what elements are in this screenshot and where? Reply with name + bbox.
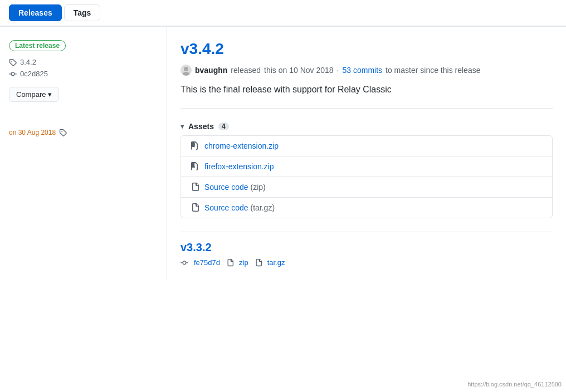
older-release-date: on 30 Aug 2018 xyxy=(9,129,56,136)
assets-header: ▾ Assets 4 xyxy=(180,122,553,131)
older-commit-hash[interactable]: fe75d7d xyxy=(194,258,220,267)
released-text: released xyxy=(231,66,261,75)
sidebar-older: on 30 Aug 2018 xyxy=(9,129,158,136)
source-tar-link[interactable]: Source code (tar.gz) xyxy=(204,203,275,212)
release-description: This is the final release with support f… xyxy=(180,85,553,109)
older-zip-link[interactable]: zip xyxy=(239,258,248,267)
source-zip-link[interactable]: Source code (zip) xyxy=(204,183,266,192)
source-icon-1 xyxy=(190,183,199,192)
older-release-title[interactable]: v3.3.2 xyxy=(180,241,553,254)
commits-suffix: to master since this release xyxy=(386,66,480,75)
asset-source-tar: Source code (tar.gz) xyxy=(181,198,552,218)
older-tar-link[interactable]: tar.gz xyxy=(267,258,285,267)
asset-source-zip: Source code (zip) xyxy=(181,177,552,198)
older-release-section: v3.3.2 fe75d7d zip tar.gz xyxy=(180,232,553,267)
assets-list: chrome-extension.zip firefox-extension.z… xyxy=(180,135,553,218)
source-icon-2 xyxy=(190,203,199,212)
compare-label: Compare xyxy=(16,90,46,99)
content-area: v3.4.2 bvaughn released this on 10 Nov 2… xyxy=(167,27,566,280)
release-title[interactable]: v3.4.2 xyxy=(180,40,553,58)
assets-label: Assets xyxy=(188,122,214,131)
sidebar-commit: 0c2d825 xyxy=(9,70,158,78)
release-date-text: this on 10 Nov 2018 xyxy=(264,66,334,75)
main-container: Latest release 3.4.2 0c2d825 Compare ▾ xyxy=(0,26,566,280)
sidebar-tag: 3.4.2 xyxy=(9,58,158,66)
commit-icon xyxy=(9,70,17,78)
older-tag-icon xyxy=(59,129,67,136)
older-tar-icon xyxy=(254,259,262,267)
avatar-image xyxy=(180,65,192,76)
compare-button[interactable]: Compare ▾ xyxy=(9,87,59,102)
tab-tags[interactable]: Tags xyxy=(64,4,101,21)
assets-section: ▾ Assets 4 chrome-extension.zip firefox-… xyxy=(180,122,553,218)
assets-collapse-icon[interactable]: ▾ xyxy=(180,122,184,130)
asset-firefox-zip: firefox-extension.zip xyxy=(181,156,552,177)
sidebar-tag-version: 3.4.2 xyxy=(20,58,36,66)
older-release-meta: fe75d7d zip tar.gz xyxy=(180,258,553,267)
older-zip-icon xyxy=(226,259,233,267)
tag-icon xyxy=(9,58,17,66)
zip-icon xyxy=(190,141,199,150)
firefox-extension-link[interactable]: firefox-extension.zip xyxy=(204,162,274,171)
compare-chevron-icon: ▾ xyxy=(48,90,52,99)
author-link[interactable]: bvaughn xyxy=(195,66,227,75)
latest-release-badge: Latest release xyxy=(9,40,66,51)
assets-count: 4 xyxy=(218,122,229,130)
separator: · xyxy=(337,66,339,75)
tab-releases[interactable]: Releases xyxy=(9,4,62,21)
asset-chrome-zip: chrome-extension.zip xyxy=(181,136,552,156)
sidebar-commit-hash: 0c2d825 xyxy=(20,70,48,78)
older-commit-icon xyxy=(180,259,188,267)
commits-link[interactable]: 53 commits xyxy=(342,66,382,75)
chrome-extension-link[interactable]: chrome-extension.zip xyxy=(204,141,279,150)
svg-point-1 xyxy=(184,67,188,71)
tabs-bar: Releases Tags xyxy=(0,0,566,26)
sidebar: Latest release 3.4.2 0c2d825 Compare ▾ xyxy=(0,27,167,280)
zip-icon-2 xyxy=(190,162,199,171)
release-meta: bvaughn released this on 10 Nov 2018 · 5… xyxy=(180,65,553,76)
author-avatar xyxy=(180,65,192,76)
